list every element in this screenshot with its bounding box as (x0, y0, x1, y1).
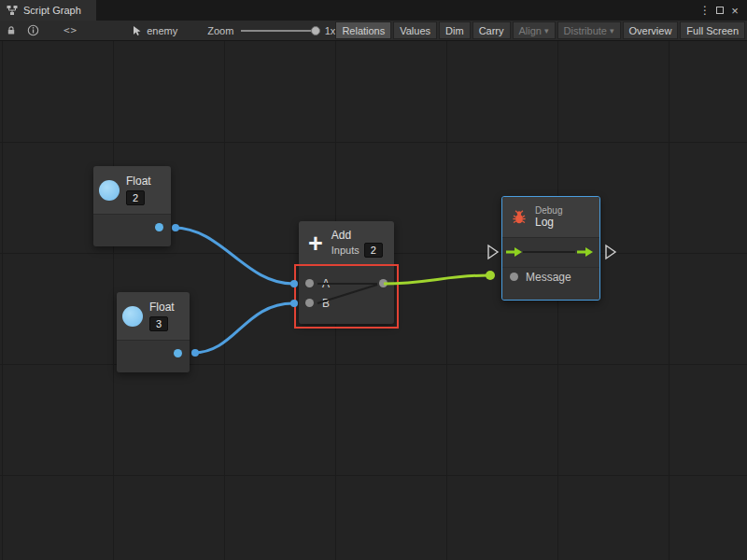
float-type-icon (122, 306, 143, 327)
maximize-icon[interactable] (712, 2, 727, 19)
wire-endpoint-dot (486, 271, 495, 280)
control-flow-row (502, 238, 599, 268)
full-screen-button[interactable]: Full Screen (680, 21, 745, 39)
wire-float2-to-b[interactable] (193, 303, 293, 353)
float-node-2[interactable]: Float 3 (117, 292, 190, 372)
tab-script-graph[interactable]: Script Graph (0, 0, 96, 21)
node-title: Float (126, 175, 151, 188)
overview-button[interactable]: Overview (623, 21, 679, 39)
wire-float1-to-a[interactable] (174, 228, 293, 284)
tab-title: Script Graph (23, 5, 81, 16)
chevron-down-icon: ▾ (610, 26, 614, 35)
message-port-row: Message (502, 268, 599, 300)
inputs-count-field[interactable]: 2 (364, 243, 383, 258)
float-value-field[interactable]: 2 (126, 190, 145, 205)
code-view-button[interactable]: <> (63, 21, 78, 40)
float-type-icon (99, 180, 120, 201)
add-icon: + (308, 232, 323, 255)
zoom-label: Zoom (207, 25, 233, 36)
wire-add-to-message[interactable] (384, 275, 488, 284)
float-output-port[interactable] (155, 223, 163, 231)
message-input-port[interactable] (510, 273, 518, 281)
info-button[interactable] (27, 21, 39, 40)
bug-icon (511, 208, 528, 227)
wire-endpoint-dot (191, 349, 199, 357)
graph-canvas[interactable]: Float 2 Float 3 + Add Inputs (0, 41, 747, 560)
chevron-down-icon: ▾ (544, 26, 549, 35)
message-port-label: Message (526, 273, 571, 282)
zoom-slider[interactable] (241, 30, 317, 32)
carry-button[interactable]: Carry (472, 21, 511, 39)
node-title: Log (535, 216, 562, 229)
zoom-slider-handle[interactable] (311, 26, 320, 35)
script-graph-icon (7, 1, 18, 20)
float-value-field[interactable]: 3 (149, 316, 168, 331)
node-category: Debug (535, 205, 562, 216)
relations-button[interactable]: Relations (335, 21, 391, 39)
graph-breadcrumb-enemy[interactable]: enemy (132, 21, 177, 40)
window-controls: ⋮ × (698, 0, 747, 21)
toolbar-buttons: Relations Values Dim Carry Align ▾ Distr… (335, 21, 745, 39)
distribute-label: Distribute (564, 25, 607, 36)
align-dropdown[interactable]: Align ▾ (513, 21, 556, 39)
align-label: Align (519, 25, 542, 36)
flow-triangle-in[interactable] (488, 245, 498, 259)
dim-button[interactable]: Dim (439, 21, 471, 39)
lock-button[interactable] (6, 21, 17, 40)
graph-name-label: enemy (147, 25, 177, 36)
pointer-icon (132, 21, 143, 40)
node-title: Add (331, 229, 383, 242)
debug-log-node[interactable]: Debug Log Message (501, 196, 600, 301)
inputs-label: Inputs (331, 245, 359, 256)
titlebar: Script Graph ⋮ × (0, 0, 747, 21)
float-output-port[interactable] (174, 349, 182, 357)
flow-triangle-out[interactable] (606, 245, 615, 259)
wire-endpoint-dot (172, 224, 179, 231)
values-button[interactable]: Values (393, 21, 437, 39)
node-title: Float (149, 301, 175, 314)
close-icon[interactable]: × (727, 2, 742, 19)
graph-toolbar: <> enemy Zoom 1x Relations Values Dim Ca… (0, 21, 747, 41)
distribute-dropdown[interactable]: Distribute ▾ (557, 21, 621, 39)
ports-highlight-rect (294, 264, 399, 329)
maximize-glyph (716, 7, 724, 14)
zoom-value: 1x (325, 25, 336, 36)
float-node-1[interactable]: Float 2 (93, 166, 171, 246)
pane-menu-icon[interactable]: ⋮ (698, 2, 712, 19)
